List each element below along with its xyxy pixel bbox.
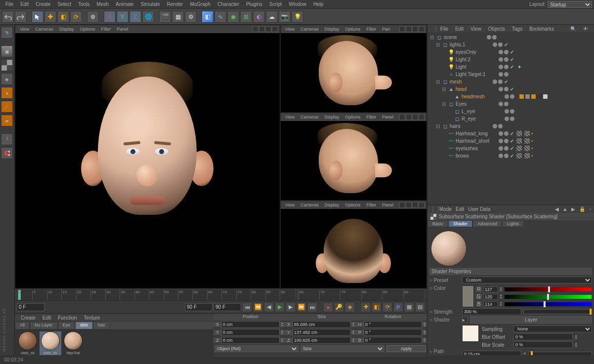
vp2-filt[interactable]: Filter [364,27,379,32]
rgb-value-field[interactable] [483,294,498,300]
nurbs-tool[interactable]: ◉ [227,11,239,23]
menu-mesh[interactable]: Mesh [93,0,112,8]
tree-row[interactable]: ▲headmesh [428,93,593,100]
tree-row[interactable]: ⊟▲head✔ [428,85,593,93]
next-key-button[interactable]: ⏩ [297,302,306,312]
menu-window[interactable]: Window [285,0,310,8]
tree-row[interactable]: ⊟◻lights.1✔ [428,41,593,48]
vp-nav-icon[interactable] [412,114,418,120]
key-anim-toggle[interactable]: ▤ [415,302,425,312]
tree-row[interactable]: ◻R_eye [428,115,593,122]
mat-menu-create[interactable]: Create [18,315,39,321]
material-tab[interactable]: All [15,322,30,329]
vp-nav-icon[interactable] [419,114,424,120]
vp3-view[interactable]: View [283,115,297,120]
frame-end2-field[interactable] [213,303,241,311]
coord-size-field[interactable] [293,321,351,328]
vp-menu-panel[interactable]: Panel [114,27,130,32]
coord-pos-field[interactable] [221,329,280,336]
tree-row[interactable]: ◻L_eye [428,108,593,115]
vp2-view[interactable]: View [283,27,297,32]
vp2-opt[interactable]: Options [342,27,363,32]
coord-size-mode[interactable]: Size [300,345,384,352]
select-tool[interactable] [32,11,43,23]
step-back-button[interactable]: ◀ [264,302,274,312]
viewport-back-canvas[interactable] [281,209,426,288]
vp3-disp[interactable]: Display [322,115,342,120]
last-tool[interactable]: ⊕ [87,11,99,23]
vp-nav-icon[interactable] [399,26,405,32]
coord-rot-field[interactable] [364,329,422,336]
coord-apply-button[interactable]: Apply [386,345,426,352]
attr-nav-up-icon[interactable]: ▲ [563,206,568,212]
camera-tool[interactable]: 📷 [279,11,291,23]
coord-pos-field[interactable] [221,337,280,344]
vp4-filt[interactable]: Filter [364,202,379,207]
undo-button[interactable] [2,11,14,23]
vp-nav-icon[interactable] [406,202,412,208]
vp3-cam[interactable]: Cameras [298,115,321,120]
array-tool[interactable]: ⊞ [240,11,252,23]
point-mode[interactable]: ● [1,87,13,99]
attr-nav-fwd-icon[interactable]: ▶ [571,206,575,212]
menu-file[interactable]: File [2,0,17,8]
key-pos-toggle[interactable]: ✚ [361,302,371,312]
shader-layer-button[interactable]: Layer [470,316,592,324]
attr-menu-mode[interactable]: Mode [439,206,452,212]
coord-rot-field[interactable] [364,337,422,344]
tree-row[interactable]: 💡Light✔✦ [428,63,593,71]
obj-menu-tags[interactable]: Tags [509,26,525,32]
menu-help[interactable]: Help [310,0,327,8]
obj-menu-view[interactable]: View [467,26,484,32]
vp-menu-display[interactable]: Display [57,27,77,32]
model-mode[interactable]: ◼ [1,45,13,57]
mat-menu-texture[interactable]: Texture [81,315,103,321]
vp2-pan[interactable]: Pan [380,27,392,32]
coord-size-field[interactable] [293,337,351,344]
vp3-filt[interactable]: Filter [364,115,379,120]
vp-nav-icon[interactable] [412,202,418,208]
vp-nav-icon[interactable] [259,26,265,32]
menu-create[interactable]: Create [32,0,54,8]
path-length-slider[interactable] [528,352,592,355]
menu-plugins[interactable]: Plugins [243,0,266,8]
tree-row[interactable]: 〰eyelashes✔• [428,145,593,152]
vp-menu-cameras[interactable]: Cameras [33,27,56,32]
obj-view-icon[interactable]: 👁 [580,26,591,32]
vp-nav-icon[interactable] [419,26,424,32]
vp-nav-icon[interactable] [406,114,412,120]
vp4-cam[interactable]: Cameras [298,202,321,207]
key-rot-toggle[interactable]: ⟳ [382,302,392,312]
axis-x-toggle[interactable]: X [104,11,116,23]
vp4-opt[interactable]: Options [342,202,363,207]
environment-tool[interactable]: ☁ [266,11,278,23]
material-tab[interactable]: No Layer [30,322,58,329]
menu-edit[interactable]: Edit [17,0,32,8]
preset-select[interactable]: Custom [462,277,592,283]
render-settings[interactable]: ⚙ [185,11,197,23]
rgb-value-field[interactable] [483,301,498,307]
material-swatch[interactable]: dark_sk [17,331,39,355]
shader-thumb-icon[interactable] [462,325,479,342]
strength-slider[interactable] [523,309,592,314]
obj-menu-file[interactable]: File [437,26,451,32]
vp4-pan[interactable]: Panel [380,202,396,207]
texture-mode[interactable] [1,59,13,71]
obj-menu-bookmarks[interactable]: Bookmarks [526,26,557,32]
axis-mode[interactable]: ◈ [1,73,13,85]
obj-search-icon[interactable]: 🔍 [567,26,579,32]
shader-dropdown-icon[interactable]: ▸ [462,317,468,323]
rgb-slider[interactable] [504,294,592,299]
key-scale-toggle[interactable]: ◧ [372,302,382,312]
layout-select[interactable]: Startup [548,1,592,8]
menu-animate[interactable]: Animate [112,0,137,8]
axis-z-toggle[interactable]: Z [129,11,141,23]
vp3-opt[interactable]: Options [342,115,363,120]
viewport-side2-canvas[interactable] [281,121,426,200]
rotate-tool[interactable]: ⟳ [70,11,82,23]
menu-character[interactable]: Character [214,0,243,8]
rgb-slider[interactable] [504,302,592,307]
coord-system[interactable]: 🌐 [142,11,154,23]
menu-tools[interactable]: Tools [75,0,93,8]
vp-menu-options[interactable]: Options [77,27,97,32]
